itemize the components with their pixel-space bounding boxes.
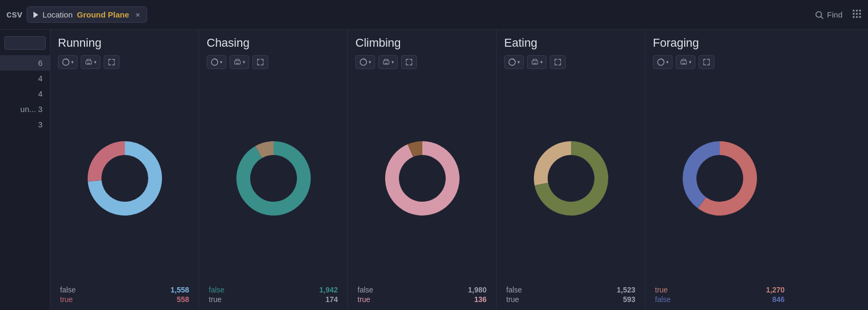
chart-print-chevron: ▾ xyxy=(540,59,543,65)
top-right-actions: Find xyxy=(814,9,862,20)
svg-rect-19 xyxy=(385,63,388,64)
chart-expand-btn-running[interactable] xyxy=(104,55,120,69)
legend-values-climbing: 1,980 136 xyxy=(468,286,487,304)
donut-chart xyxy=(672,131,768,226)
sidebar-search-input[interactable] xyxy=(4,36,46,50)
chart-type-btn-eating[interactable]: ▾ xyxy=(504,55,524,69)
chart-print-chevron: ▾ xyxy=(94,59,97,65)
chart-type-btn-climbing[interactable]: ▾ xyxy=(355,55,375,69)
svg-rect-4 xyxy=(860,10,861,12)
legend-label1-foraging: true xyxy=(655,286,671,294)
chart-title-chasing: Chasing xyxy=(207,36,340,50)
tab-close-button[interactable]: × xyxy=(135,10,140,19)
svg-rect-16 xyxy=(236,63,240,64)
chart-panel-chasing: Chasing ▾ ▾ false true 1,942 1 xyxy=(199,30,348,310)
chart-legend-chasing: false true 1,942 174 xyxy=(207,286,340,304)
svg-rect-25 xyxy=(682,63,686,64)
svg-point-0 xyxy=(816,12,822,18)
chart-expand-btn-eating[interactable] xyxy=(550,55,566,69)
legend-value1-climbing: 1,980 xyxy=(468,286,487,294)
sidebar-row-un3[interactable]: un... 3 xyxy=(0,101,50,117)
legend-labels-eating: false true xyxy=(506,286,522,304)
find-label: Find xyxy=(827,10,843,19)
donut-container-climbing xyxy=(355,74,489,282)
legend-values-foraging: 1,270 846 xyxy=(766,286,785,304)
legend-label2-chasing: true xyxy=(209,295,225,304)
chart-print-chevron: ▾ xyxy=(689,59,692,65)
chart-panel-climbing: Climbing ▾ ▾ false true 1,980 xyxy=(348,30,497,310)
chart-legend-foraging: true false 1,270 846 xyxy=(653,286,787,304)
svg-rect-6 xyxy=(856,13,858,15)
chart-type-btn-running[interactable]: ▾ xyxy=(58,55,78,69)
legend-values-eating: 1,523 593 xyxy=(617,286,635,304)
legend-value1-running: 1,558 xyxy=(171,286,189,294)
chart-print-btn-eating[interactable]: ▾ xyxy=(527,55,547,69)
svg-rect-5 xyxy=(853,13,855,15)
donut-container-running xyxy=(58,74,191,282)
chart-type-btn-foraging[interactable]: ▾ xyxy=(653,55,673,69)
svg-rect-13 xyxy=(87,63,91,64)
chart-legend-climbing: false true 1,980 136 xyxy=(355,286,489,304)
chart-expand-btn-chasing[interactable] xyxy=(252,55,268,69)
chart-panel-eating: Eating ▾ ▾ false true 1,523 59 xyxy=(497,30,645,310)
chart-expand-btn-foraging[interactable] xyxy=(699,55,714,69)
sidebar: 6 4 4 un... 3 3 xyxy=(0,30,50,310)
sidebar-row-4a[interactable]: 4 xyxy=(0,71,50,86)
legend-labels-chasing: false true xyxy=(209,286,225,304)
svg-rect-7 xyxy=(860,13,861,15)
chart-title-foraging: Foraging xyxy=(653,36,787,50)
grid-icon[interactable] xyxy=(852,9,862,20)
chart-toolbar-foraging: ▾ ▾ xyxy=(653,55,787,69)
chart-type-btn-chasing[interactable]: ▾ xyxy=(207,55,226,69)
legend-label1-eating: false xyxy=(506,286,522,294)
legend-values-chasing: 1,942 174 xyxy=(319,286,338,304)
svg-rect-10 xyxy=(860,16,861,18)
chart-toolbar-eating: ▾ ▾ xyxy=(504,55,637,69)
chart-title-running: Running xyxy=(58,36,191,50)
donut-container-eating xyxy=(504,74,637,282)
legend-labels-running: false true xyxy=(60,286,76,304)
legend-value2-foraging: 846 xyxy=(772,295,785,304)
chart-print-btn-chasing[interactable]: ▾ xyxy=(229,55,249,69)
charts-area: Running ▾ ▾ false true 1,558 5 xyxy=(50,30,868,310)
chart-print-chevron: ▾ xyxy=(392,59,394,65)
legend-value1-foraging: 1,270 xyxy=(766,286,785,294)
search-icon xyxy=(814,10,824,20)
legend-value2-climbing: 136 xyxy=(474,295,487,304)
chart-toolbar-climbing: ▾ ▾ xyxy=(355,55,489,69)
filter-tab[interactable]: Location Ground Plane × xyxy=(27,6,147,23)
legend-labels-foraging: true false xyxy=(655,286,671,304)
legend-label1-climbing: false xyxy=(358,286,373,294)
donut-chart xyxy=(375,131,470,226)
legend-value2-eating: 593 xyxy=(623,295,635,304)
chart-type-chevron: ▾ xyxy=(71,59,74,65)
chart-expand-btn-climbing[interactable] xyxy=(401,55,417,69)
csv-label: csv xyxy=(6,9,22,20)
top-bar: csv Location Ground Plane × Find xyxy=(0,0,868,30)
chart-print-btn-climbing[interactable]: ▾ xyxy=(378,55,398,69)
tab-location-label: Location xyxy=(42,10,73,19)
legend-value2-running: 558 xyxy=(177,295,189,304)
chart-title-climbing: Climbing xyxy=(355,36,489,50)
legend-values-running: 1,558 558 xyxy=(171,286,189,304)
filter-icon xyxy=(33,12,38,18)
legend-label2-eating: true xyxy=(506,295,522,304)
svg-rect-22 xyxy=(533,63,537,64)
sidebar-row-3[interactable]: 3 xyxy=(0,117,50,132)
chart-print-btn-foraging[interactable]: ▾ xyxy=(676,55,695,69)
sidebar-row-6[interactable]: 6 xyxy=(0,55,50,71)
chart-type-chevron: ▾ xyxy=(666,59,669,65)
chart-toolbar-running: ▾ ▾ xyxy=(58,55,191,69)
legend-value2-chasing: 174 xyxy=(326,295,338,304)
chart-legend-running: false true 1,558 558 xyxy=(58,286,191,304)
find-button[interactable]: Find xyxy=(814,10,843,20)
donut-chart xyxy=(226,131,321,226)
legend-label2-climbing: true xyxy=(358,295,373,304)
sidebar-row-4b[interactable]: 4 xyxy=(0,86,50,101)
legend-value1-chasing: 1,942 xyxy=(319,286,338,294)
chart-print-chevron: ▾ xyxy=(243,59,245,65)
legend-label2-running: true xyxy=(60,295,76,304)
chart-panel-foraging: Foraging ▾ ▾ true false 1,270 xyxy=(645,30,794,310)
chart-print-btn-running[interactable]: ▾ xyxy=(81,55,100,69)
svg-rect-3 xyxy=(856,10,858,12)
